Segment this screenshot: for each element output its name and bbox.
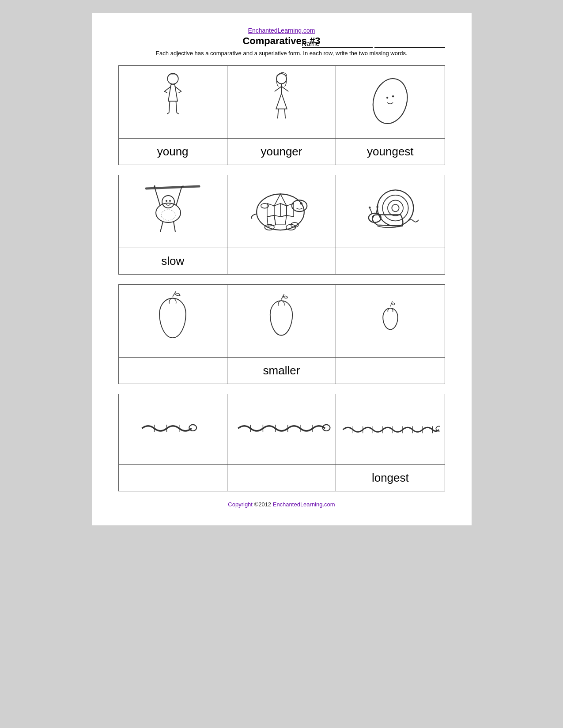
svg-line-21 — [176, 188, 181, 205]
medium-pear-icon — [257, 289, 306, 351]
younger-girl-icon — [258, 70, 305, 132]
short-worm-icon — [123, 404, 223, 453]
svg-line-25 — [160, 222, 163, 232]
long-worm-icon — [340, 409, 440, 449]
svg-point-42 — [369, 207, 371, 209]
row3-img1-cell — [118, 285, 227, 358]
name-label: Name — [302, 40, 373, 48]
svg-line-14 — [284, 109, 285, 119]
page-footer: Copyright ©2012 EnchantedLearning.com — [118, 501, 445, 508]
row4-label2 — [227, 465, 336, 491]
svg-point-44 — [373, 216, 374, 217]
svg-line-12 — [281, 87, 288, 91]
svg-line-4 — [178, 91, 181, 93]
row1-img3-cell — [336, 66, 445, 139]
svg-point-31 — [265, 224, 275, 230]
svg-line-40 — [370, 208, 372, 214]
row4-img1-cell — [118, 394, 227, 465]
svg-point-19 — [156, 203, 181, 223]
svg-point-29 — [292, 200, 307, 211]
svg-line-26 — [174, 222, 175, 232]
svg-line-5 — [169, 101, 170, 113]
svg-point-23 — [166, 200, 167, 202]
medium-worm-icon — [232, 404, 331, 453]
svg-point-30 — [300, 202, 302, 204]
row2-img2-cell — [227, 175, 336, 248]
row3-label2: smaller — [227, 358, 336, 384]
svg-line-7 — [167, 113, 169, 114]
turtle-icon — [243, 180, 319, 241]
row2-label2 — [227, 248, 336, 275]
svg-point-27 — [161, 210, 175, 220]
page-subtitle: Each adjective has a comparative and a s… — [118, 49, 445, 57]
row2-img1-cell — [118, 175, 227, 248]
row4-label3: longest — [336, 465, 445, 491]
worksheet-page: EnchantedLearning.com Comparatives #3 Ea… — [92, 13, 472, 525]
svg-line-11 — [275, 87, 282, 91]
row1-table: young younger youngest — [118, 65, 445, 165]
svg-point-9 — [276, 74, 287, 84]
svg-point-36 — [382, 195, 408, 221]
row2-table: slow — [118, 175, 445, 275]
svg-point-38 — [392, 204, 399, 211]
youngest-baby-icon — [362, 70, 419, 132]
row2-img3-cell — [336, 175, 445, 248]
large-pear-icon — [148, 289, 197, 351]
svg-point-17 — [392, 95, 394, 97]
snail-icon — [357, 180, 424, 241]
row2-label3 — [336, 248, 445, 275]
svg-point-22 — [162, 196, 174, 208]
row3-label1 — [118, 358, 227, 384]
row4-img3-cell — [336, 394, 445, 465]
row2-label1: slow — [118, 248, 227, 275]
svg-line-20 — [155, 189, 160, 206]
svg-point-16 — [386, 97, 388, 98]
row3-table: smaller — [118, 284, 445, 384]
row4-label1 — [118, 465, 227, 491]
svg-point-15 — [368, 75, 412, 127]
row3-img2-cell — [227, 285, 336, 358]
svg-line-13 — [278, 109, 279, 119]
row4-table: longest — [118, 394, 445, 491]
header-site-link[interactable]: EnchantedLearning.com — [248, 27, 315, 34]
row3-img3-cell — [336, 285, 445, 358]
svg-line-2 — [164, 91, 167, 93]
row1-img2-cell — [227, 66, 336, 139]
row1-label3: youngest — [336, 139, 445, 165]
footer-site-link[interactable]: EnchantedLearning.com — [273, 501, 335, 508]
young-woman-icon — [150, 70, 196, 132]
row1-label2: younger — [227, 139, 336, 165]
svg-point-45 — [189, 425, 196, 431]
row3-label3 — [336, 358, 445, 384]
svg-line-8 — [177, 113, 178, 114]
svg-line-41 — [376, 207, 377, 213]
small-pear-icon — [366, 289, 415, 351]
svg-point-43 — [376, 206, 378, 208]
svg-line-6 — [176, 101, 177, 113]
svg-point-24 — [169, 200, 171, 202]
footer-copyright-link[interactable]: Copyright — [228, 501, 253, 508]
row4-img2-cell — [227, 394, 336, 465]
name-field: Name — [300, 40, 445, 48]
row1-img1-cell — [118, 66, 227, 139]
footer-year: ©2012 — [254, 501, 272, 508]
sloth-icon — [142, 180, 204, 241]
svg-point-37 — [388, 200, 403, 216]
row1-label1: young — [118, 139, 227, 165]
